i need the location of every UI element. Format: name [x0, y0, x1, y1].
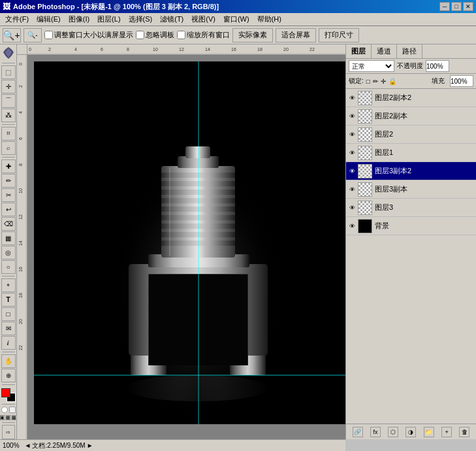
- layer-visibility-icon[interactable]: 👁: [347, 130, 357, 139]
- move-tool[interactable]: ✛: [1, 80, 16, 93]
- layer-visibility-icon[interactable]: 👁: [347, 93, 357, 103]
- layer-row[interactable]: 👁 图层3副本: [346, 180, 476, 199]
- screen-mode-3[interactable]: ▩: [12, 415, 17, 420]
- notes-tool[interactable]: ✉: [1, 322, 16, 335]
- add-mask-button[interactable]: ⬡: [388, 427, 398, 437]
- opacity-label: 不透明度: [397, 61, 423, 71]
- menu-image[interactable]: 图像(I): [65, 13, 93, 25]
- fit-screen-button[interactable]: 适合屏幕: [276, 28, 316, 42]
- marquee-tool[interactable]: ⬚: [1, 65, 16, 79]
- print-size-button[interactable]: 打印尺寸: [319, 28, 359, 42]
- menu-help[interactable]: 帮助(H): [253, 13, 285, 25]
- layer-row[interactable]: 👁 图层1: [346, 144, 476, 162]
- layer-row[interactable]: 👁 图层2副本2: [346, 89, 476, 107]
- photoshop-logo: [1, 46, 16, 61]
- zoom-all-checkbox[interactable]: [177, 31, 185, 39]
- lock-transparent-icon[interactable]: □: [366, 78, 370, 85]
- dodge-tool[interactable]: ○: [1, 260, 16, 274]
- new-adjustment-button[interactable]: ◑: [405, 427, 416, 437]
- color-swatches[interactable]: [1, 388, 16, 402]
- canvas-scroll-area[interactable]: [27, 55, 345, 439]
- layer-name: 图层3: [375, 203, 393, 212]
- opacity-input[interactable]: [426, 60, 449, 72]
- zoom-tool[interactable]: ⊕: [1, 369, 16, 382]
- standard-mode-button[interactable]: [9, 407, 16, 413]
- layer-visibility-icon[interactable]: 👁: [347, 167, 357, 176]
- lock-pixels-icon[interactable]: ✏: [373, 78, 378, 85]
- lock-position-icon[interactable]: ✛: [381, 78, 386, 85]
- layer-visibility-icon[interactable]: 👁: [347, 203, 357, 212]
- blur-tool[interactable]: ◎: [1, 246, 16, 259]
- menu-edit[interactable]: 编辑(E): [33, 13, 65, 25]
- blend-mode-select[interactable]: 正常 溶解 正片叠底: [349, 60, 394, 72]
- slice-tool[interactable]: ⌕: [1, 141, 16, 155]
- layer-thumbnail: [358, 127, 372, 142]
- layer-row[interactable]: 👁 图层3: [346, 199, 476, 217]
- new-layer-button[interactable]: +: [441, 427, 452, 437]
- history-tool[interactable]: ↩: [1, 203, 16, 216]
- ignore-palettes-option[interactable]: 忽略调板: [136, 30, 174, 40]
- hand-tool[interactable]: ✋: [1, 354, 16, 368]
- layer-row-background[interactable]: 👁 背景: [346, 217, 476, 235]
- delete-layer-button[interactable]: 🗑: [459, 427, 469, 437]
- vertical-ruler: 0 2 4 6 8 10 12 14 16 18 20 22: [17, 55, 27, 439]
- type-tool[interactable]: T: [1, 293, 16, 307]
- layer-visibility-icon[interactable]: 👁: [347, 148, 357, 158]
- resize-windows-checkbox[interactable]: [44, 31, 53, 39]
- scroll-right-button[interactable]: ►: [87, 442, 93, 449]
- brush-tool[interactable]: ✏: [1, 174, 16, 188]
- path-tool[interactable]: ⌖: [1, 278, 16, 292]
- svg-text:16: 16: [231, 47, 236, 52]
- zoom-in-button[interactable]: 🔍+: [3, 28, 21, 42]
- scroll-left-button[interactable]: ◄: [25, 442, 31, 449]
- menu-select[interactable]: 选择(S): [125, 13, 157, 25]
- lock-all-icon[interactable]: 🔒: [389, 78, 396, 85]
- menu-file[interactable]: 文件(F): [1, 13, 33, 25]
- layer-visibility-icon[interactable]: 👁: [347, 185, 357, 194]
- menu-window[interactable]: 窗口(W): [219, 13, 253, 25]
- tab-channels[interactable]: 通道: [372, 44, 397, 58]
- panels: 图层 通道 路径 正常 溶解 正片叠底 不透明度 锁定: □ ✏ ✛ 🔒 填充 …: [345, 44, 476, 439]
- layer-visibility-icon[interactable]: 👁: [347, 112, 357, 121]
- crop-tool[interactable]: ⌗: [1, 127, 16, 141]
- magic-wand-tool[interactable]: ⁂: [1, 109, 16, 122]
- screen-mode-2[interactable]: ▦: [6, 415, 11, 420]
- title-bar-left: 🖼 Adobe Photoshop - [未标题-1 @ 100% (图层 3 …: [3, 2, 219, 12]
- jump-to-button[interactable]: ⇨: [2, 425, 15, 439]
- link-layers-button[interactable]: 🔗: [353, 427, 363, 437]
- tab-layers[interactable]: 图层: [346, 44, 372, 58]
- layer-row-selected[interactable]: 👁 图层3副本2: [346, 162, 476, 180]
- clone-tool[interactable]: ✂: [1, 188, 16, 202]
- menu-view[interactable]: 视图(V): [187, 13, 219, 25]
- foreground-color-swatch[interactable]: [1, 388, 10, 397]
- shape-tool[interactable]: □: [1, 307, 16, 321]
- zoom-all-option[interactable]: 缩放所有窗口: [177, 30, 230, 40]
- actual-pixels-button[interactable]: 实际像素: [232, 28, 273, 42]
- layer-visibility-icon[interactable]: 👁: [347, 222, 357, 231]
- tool-divider-3: [2, 157, 15, 158]
- eraser-tool[interactable]: ⌫: [1, 217, 16, 231]
- layer-row[interactable]: 👁 图层2副本: [346, 107, 476, 125]
- menu-filter[interactable]: 滤镜(T): [156, 13, 187, 25]
- screen-mode-1[interactable]: ▣: [0, 415, 5, 420]
- add-style-button[interactable]: fx: [370, 427, 381, 437]
- layers-lock-row: 锁定: □ ✏ ✛ 🔒 填充: [346, 74, 476, 89]
- menu-layer[interactable]: 图层(L): [93, 13, 124, 25]
- close-button[interactable]: ✕: [463, 2, 473, 11]
- gradient-tool[interactable]: ▦: [1, 231, 16, 245]
- fill-input[interactable]: [450, 75, 473, 87]
- healing-tool[interactable]: ✚: [1, 159, 16, 173]
- tab-paths[interactable]: 路径: [397, 44, 422, 58]
- layer-thumbnail: [358, 146, 372, 160]
- ignore-palettes-checkbox[interactable]: [136, 31, 144, 39]
- zoom-out-button[interactable]: 🔍-: [24, 28, 42, 42]
- quick-mask-button[interactable]: [1, 407, 8, 413]
- maximize-button[interactable]: □: [451, 2, 462, 11]
- minimize-button[interactable]: ─: [439, 2, 450, 11]
- eyedropper-tool[interactable]: 𝒊: [1, 336, 16, 350]
- new-group-button[interactable]: 📁: [424, 427, 434, 437]
- layer-row[interactable]: 👁 图层2: [346, 125, 476, 144]
- lasso-tool[interactable]: ⌒: [1, 94, 16, 108]
- resize-windows-option[interactable]: 调整窗口大小以满屏显示: [44, 30, 133, 40]
- title-bar-buttons: ─ □ ✕: [439, 2, 473, 11]
